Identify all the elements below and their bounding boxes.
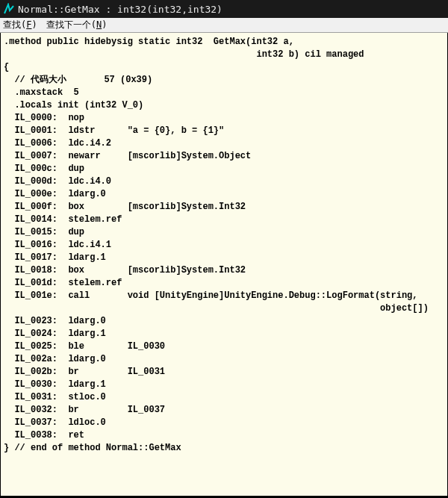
code-line: IL_0000: nop (4, 112, 444, 125)
code-line: .locals init (int32 V_0) (4, 99, 444, 112)
code-line: { (4, 61, 444, 74)
code-line: IL_000d: ldc.i4.0 (4, 175, 444, 188)
code-line: IL_000c: dup (4, 163, 444, 175)
code-line: IL_0030: ldarg.1 (4, 379, 444, 391)
window-title: Normal::GetMax : int32(int32,int32) (18, 4, 223, 15)
code-line: IL_0015: dup (4, 226, 444, 239)
code-line: IL_002a: ldarg.0 (4, 353, 444, 366)
code-line: IL_0037: ldloc.0 (4, 417, 444, 429)
code-line: IL_0017: ldarg.1 (4, 252, 444, 264)
code-line: object[]) (4, 302, 444, 315)
window-titlebar: Normal::GetMax : int32(int32,int32) (0, 0, 448, 18)
code-line: IL_0025: ble IL_0030 (4, 340, 444, 353)
code-line: IL_000e: ldarg.0 (4, 188, 444, 201)
code-line: IL_001d: stelem.ref (4, 277, 444, 290)
code-line: int32 b) cil managed (4, 49, 444, 61)
code-line: IL_0014: stelem.ref (4, 214, 444, 226)
app-icon (3, 3, 15, 15)
menu-find-next[interactable]: 查找下一个(N) (46, 19, 108, 31)
code-line: // 代码大小 57 (0x39) (4, 74, 444, 87)
code-line: IL_0024: ldarg.1 (4, 328, 444, 340)
code-line: IL_0018: box [mscorlib]System.Int32 (4, 264, 444, 277)
code-line: IL_0007: newarr [mscorlib]System.Object (4, 150, 444, 163)
code-line: .method public hidebysig static int32 Ge… (4, 36, 444, 49)
code-line: } // end of method Normal::GetMax (4, 442, 444, 455)
menu-find[interactable]: 查找(F) (3, 19, 37, 31)
code-line: .maxstack 5 (4, 87, 444, 99)
il-code-view[interactable]: .method public hidebysig static int32 Ge… (0, 33, 448, 497)
code-line: IL_0032: br IL_0037 (4, 404, 444, 417)
menubar: 查找(F) 查找下一个(N) (0, 18, 448, 33)
code-line: IL_002b: br IL_0031 (4, 366, 444, 379)
code-line: IL_0023: ldarg.0 (4, 315, 444, 328)
code-line: IL_0031: stloc.0 (4, 391, 444, 404)
code-line: IL_0016: ldc.i4.1 (4, 239, 444, 252)
code-line: IL_0001: ldstr "a = {0}, b = {1}" (4, 125, 444, 137)
code-line: IL_0006: ldc.i4.2 (4, 137, 444, 150)
code-line: IL_001e: call void [UnityEngine]UnityEng… (4, 290, 444, 302)
code-line: IL_000f: box [mscorlib]System.Int32 (4, 201, 444, 214)
code-line: IL_0038: ret (4, 429, 444, 442)
